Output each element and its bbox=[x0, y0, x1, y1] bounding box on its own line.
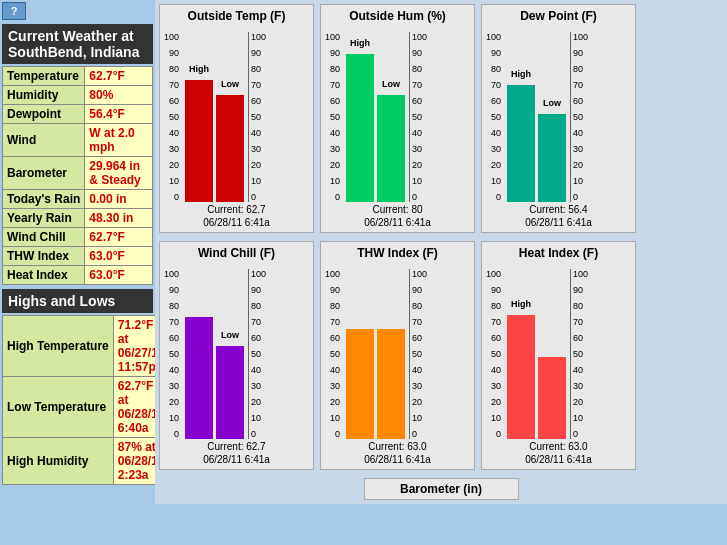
scale-right: 1009080706050403020100 bbox=[570, 269, 588, 439]
bar-wrapper: Low bbox=[377, 32, 405, 202]
gauge-inner: 1009080706050403020100HighLow10090807060… bbox=[164, 27, 309, 202]
highs-lows-table: High Temperature71.2°F at 06/27/11 11:57… bbox=[2, 315, 170, 485]
bar-label: High bbox=[511, 299, 531, 309]
data-row: Heat Index63.0°F bbox=[3, 266, 153, 285]
bar-wrapper: High bbox=[185, 32, 213, 202]
bar-wrapper: Low bbox=[538, 32, 566, 202]
row-label: Humidity bbox=[3, 86, 85, 105]
row-label: Wind Chill bbox=[3, 228, 85, 247]
scale-left: 1009080706050403020100 bbox=[486, 269, 503, 439]
bar-container: HighLow bbox=[342, 32, 409, 202]
row-value: 62.7°F bbox=[85, 228, 153, 247]
data-row: Yearly Rain48.30 in bbox=[3, 209, 153, 228]
scale-left: 1009080706050403020100 bbox=[325, 32, 342, 202]
bar bbox=[346, 54, 374, 202]
data-row: Humidity80% bbox=[3, 86, 153, 105]
gauge-datetime: 06/28/11 6:41a bbox=[486, 217, 631, 228]
row-value: 0.00 in bbox=[85, 190, 153, 209]
bar-container: HighLow bbox=[503, 32, 570, 202]
gauge-box: Dew Point (F)1009080706050403020100HighL… bbox=[481, 4, 636, 233]
gauge-title: Wind Chill (F) bbox=[164, 246, 309, 260]
bar bbox=[185, 80, 213, 202]
data-row: Today's Rain0.00 in bbox=[3, 190, 153, 209]
help-button[interactable]: ? bbox=[2, 2, 26, 20]
gauge-title: Dew Point (F) bbox=[486, 9, 631, 23]
bar-label: High bbox=[511, 69, 531, 79]
gauge-footer: Current: 56.4 bbox=[486, 204, 631, 215]
bar bbox=[377, 95, 405, 202]
bar-wrapper bbox=[185, 269, 213, 439]
bar-wrapper bbox=[538, 269, 566, 439]
data-row: Temperature62.7°F bbox=[3, 67, 153, 86]
hl-label: Low Temperature bbox=[3, 377, 114, 438]
gauge-box: Outside Temp (F)1009080706050403020100Hi… bbox=[159, 4, 314, 233]
row-label: Today's Rain bbox=[3, 190, 85, 209]
row-value: 63.0°F bbox=[85, 247, 153, 266]
bar bbox=[216, 95, 244, 202]
bar bbox=[346, 329, 374, 440]
gauge-footer: Current: 62.7 bbox=[164, 441, 309, 452]
bar-label: Low bbox=[382, 79, 400, 89]
bar bbox=[377, 329, 405, 440]
data-row: Dewpoint56.4°F bbox=[3, 105, 153, 124]
barometer-section: Barometer (in) bbox=[159, 478, 723, 500]
gauge-box: Outside Hum (%)1009080706050403020100Hig… bbox=[320, 4, 475, 233]
gauge-footer: Current: 63.0 bbox=[486, 441, 631, 452]
scale-right: 1009080706050403020100 bbox=[409, 269, 427, 439]
highs-lows-row: High Humidity87% at 06/28/11 2:23a bbox=[3, 438, 170, 485]
row-value: 63.0°F bbox=[85, 266, 153, 285]
sidebar-title: Current Weather at SouthBend, Indiana bbox=[2, 24, 153, 64]
data-row: WindW at 2.0 mph bbox=[3, 124, 153, 157]
bar-wrapper: Low bbox=[216, 269, 244, 439]
row-label: Dewpoint bbox=[3, 105, 85, 124]
scale-right: 1009080706050403020100 bbox=[409, 32, 427, 202]
row-value: W at 2.0 mph bbox=[85, 124, 153, 157]
bar-container: HighLow bbox=[181, 32, 248, 202]
bar-label: High bbox=[189, 64, 209, 74]
gauge-datetime: 06/28/11 6:41a bbox=[164, 454, 309, 465]
bar-wrapper bbox=[346, 269, 374, 439]
bar bbox=[216, 346, 244, 440]
scale-right: 1009080706050403020100 bbox=[248, 32, 266, 202]
gauge-box: Heat Index (F)1009080706050403020100High… bbox=[481, 241, 636, 470]
row-value: 29.964 in & Steady bbox=[85, 157, 153, 190]
scale-left: 1009080706050403020100 bbox=[164, 32, 181, 202]
bar bbox=[507, 315, 535, 439]
bar-wrapper: High bbox=[507, 269, 535, 439]
highs-lows-title: Highs and Lows bbox=[2, 289, 153, 313]
data-row: Barometer29.964 in & Steady bbox=[3, 157, 153, 190]
barometer-title: Barometer (in) bbox=[364, 478, 519, 500]
bar-label: Low bbox=[221, 330, 239, 340]
gauge-footer: Current: 80 bbox=[325, 204, 470, 215]
gauge-datetime: 06/28/11 6:41a bbox=[325, 454, 470, 465]
main-layout: ? Current Weather at SouthBend, Indiana … bbox=[0, 0, 727, 504]
row-label: Temperature bbox=[3, 67, 85, 86]
gauge-datetime: 06/28/11 6:41a bbox=[164, 217, 309, 228]
scale-right: 1009080706050403020100 bbox=[570, 32, 588, 202]
weather-data-table: Temperature62.7°FHumidity80%Dewpoint56.4… bbox=[2, 66, 153, 285]
bar-label: High bbox=[350, 38, 370, 48]
gauge-title: Outside Hum (%) bbox=[325, 9, 470, 23]
gauge-title: Heat Index (F) bbox=[486, 246, 631, 260]
gauge-footer: Current: 63.0 bbox=[325, 441, 470, 452]
row-value: 80% bbox=[85, 86, 153, 105]
gauge-datetime: 06/28/11 6:41a bbox=[486, 454, 631, 465]
hl-label: High Temperature bbox=[3, 316, 114, 377]
gauge-inner: 1009080706050403020100HighLow10090807060… bbox=[325, 27, 470, 202]
scale-left: 1009080706050403020100 bbox=[325, 269, 342, 439]
gauges-row-2: Wind Chill (F)1009080706050403020100Low1… bbox=[159, 241, 723, 470]
bar bbox=[538, 114, 566, 202]
bar-wrapper bbox=[377, 269, 405, 439]
scale-left: 1009080706050403020100 bbox=[164, 269, 181, 439]
bar-wrapper: Low bbox=[216, 32, 244, 202]
gauge-inner: 1009080706050403020100HighLow10090807060… bbox=[486, 27, 631, 202]
row-label: Heat Index bbox=[3, 266, 85, 285]
gauge-box: Wind Chill (F)1009080706050403020100Low1… bbox=[159, 241, 314, 470]
bar-container bbox=[342, 269, 409, 439]
bar-label: Low bbox=[543, 98, 561, 108]
bar-wrapper: High bbox=[507, 32, 535, 202]
row-value: 62.7°F bbox=[85, 67, 153, 86]
bar-label: Low bbox=[221, 79, 239, 89]
highs-lows-row: Low Temperature62.7°F at 06/28/11 6:40a bbox=[3, 377, 170, 438]
bar-wrapper: High bbox=[346, 32, 374, 202]
